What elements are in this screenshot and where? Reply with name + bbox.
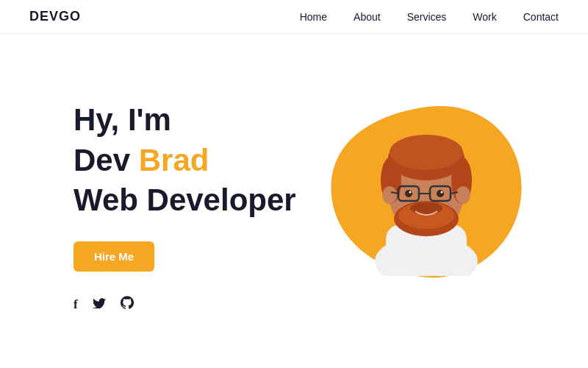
nav-contact[interactable]: Contact xyxy=(523,11,559,23)
hero-text: Hy, I'm Dev Brad Web Developer Hire Me xyxy=(74,100,323,272)
nav-links: Home About Services Work Contact xyxy=(300,10,559,24)
hero-name-highlight: Brad xyxy=(139,143,209,177)
hero-name-prefix: Dev xyxy=(74,143,139,177)
person-illustration xyxy=(345,92,507,276)
twitter-icon[interactable] xyxy=(93,297,106,312)
hero-image xyxy=(323,83,529,289)
hero-heading: Hy, I'm Dev Brad Web Developer xyxy=(74,100,323,221)
navbar: DEVGO Home About Services Work Contact xyxy=(0,0,588,34)
svg-point-12 xyxy=(410,202,442,214)
hero-greeting: Hy, I'm xyxy=(74,102,171,137)
hero-title: Web Developer xyxy=(74,183,296,217)
social-bar: f xyxy=(74,296,134,323)
nav-about[interactable]: About xyxy=(354,11,381,23)
hero-section: Hy, I'm Dev Brad Web Developer Hire Me xyxy=(0,34,588,323)
svg-point-9 xyxy=(456,186,470,204)
nav-home[interactable]: Home xyxy=(300,11,327,23)
svg-point-8 xyxy=(382,186,397,204)
nav-services[interactable]: Services xyxy=(407,11,447,23)
nav-work[interactable]: Work xyxy=(473,11,496,23)
svg-point-20 xyxy=(409,191,412,193)
svg-point-18 xyxy=(405,190,412,197)
hire-me-button[interactable]: Hire Me xyxy=(74,241,154,272)
svg-point-19 xyxy=(437,190,444,197)
svg-point-21 xyxy=(441,191,443,193)
facebook-icon[interactable]: f xyxy=(74,297,78,312)
svg-point-7 xyxy=(390,135,463,170)
github-icon[interactable] xyxy=(121,296,134,313)
logo: DEVGO xyxy=(29,9,81,24)
